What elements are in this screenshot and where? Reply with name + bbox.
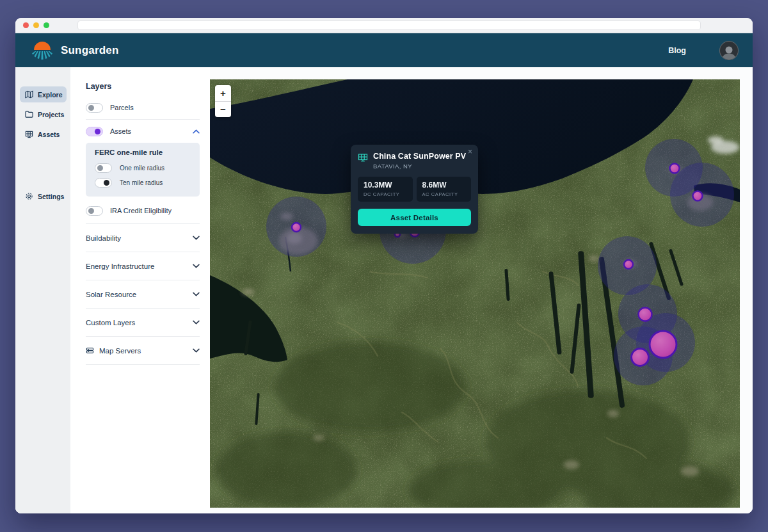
solar-panel-icon: [358, 153, 368, 162]
divider: [86, 364, 200, 365]
parcels-label: Parcels: [110, 104, 200, 111]
left-nav: Explore Projects Assets: [15, 67, 70, 513]
chevron-down-icon: [193, 292, 200, 296]
map-canvas[interactable]: + − × China Cat SunPower PV BATAVIA, NY: [210, 79, 740, 508]
section-buildability[interactable]: Buildability: [86, 227, 200, 249]
app-body: Explore Projects Assets: [15, 67, 753, 513]
ira-label: IRA Credit Eligibility: [110, 207, 197, 214]
sungarden-logo-icon: [31, 40, 54, 61]
server-icon: [86, 346, 94, 355]
kebab-menu-icon[interactable]: [197, 206, 200, 215]
ferc-panel: FERC one-mile rule One mile radius Ten m…: [86, 143, 200, 197]
url-bar[interactable]: [77, 20, 701, 30]
traffic-lights: [23, 22, 49, 28]
sidebar-item-label: Projects: [38, 111, 64, 118]
folder-icon: [25, 110, 33, 118]
browser-window: Sungarden Blog Explore Pr: [15, 18, 753, 513]
section-map-servers[interactable]: Map Servers: [86, 339, 200, 362]
ten-mile-label: Ten mile radius: [120, 179, 163, 186]
popup-title: China Cat SunPower PV: [373, 152, 466, 161]
asset-marker[interactable]: [624, 260, 633, 269]
layers-title: Layers: [86, 82, 200, 91]
chevron-down-icon: [193, 348, 200, 353]
minimize-window-icon[interactable]: [33, 22, 39, 28]
map-zoom-control: + −: [215, 85, 231, 117]
asset-details-button[interactable]: Asset Details: [358, 209, 471, 226]
sidebar-item-label: Assets: [38, 131, 60, 138]
section-label: Map Servers: [99, 347, 193, 355]
satellite-map: [210, 79, 740, 508]
parcels-layer-row: Parcels: [86, 99, 200, 117]
layers-panel: Layers Parcels Assets FERC one-mile rule…: [70, 67, 210, 513]
chevron-down-icon: [193, 236, 200, 240]
section-solar-resource[interactable]: Solar Resource: [86, 283, 200, 305]
asset-marker[interactable]: [670, 164, 680, 173]
app-header: Sungarden Blog: [15, 33, 753, 67]
dc-capacity-value: 10.3MW: [364, 181, 407, 189]
chevron-down-icon: [193, 320, 200, 325]
ac-capacity-card: 8.6MW AC CAPACITY: [417, 177, 472, 202]
zoom-in-button[interactable]: +: [215, 85, 231, 102]
zoom-out-button[interactable]: −: [215, 102, 231, 118]
dc-capacity-label: DC CAPACITY: [364, 191, 407, 197]
parcels-toggle[interactable]: [86, 103, 103, 113]
asset-marker[interactable]: [693, 191, 703, 201]
asset-marker[interactable]: [639, 308, 652, 321]
dc-capacity-card: 10.3MW DC CAPACITY: [358, 177, 413, 202]
popup-location: BATAVIA, NY: [373, 163, 466, 170]
section-label: Solar Resource: [86, 291, 193, 298]
section-energy-infrastructure[interactable]: Energy Infrastructure: [86, 255, 200, 277]
divider: [86, 119, 200, 120]
divider: [86, 336, 200, 337]
chevron-up-icon[interactable]: [193, 129, 200, 134]
divider: [86, 223, 200, 224]
one-mile-row: One mile radius: [95, 161, 193, 175]
gear-icon: [25, 192, 33, 200]
one-mile-label: One mile radius: [120, 165, 164, 172]
map-icon: [25, 90, 33, 99]
asset-marker[interactable]: [292, 223, 301, 232]
sidebar-item-label: Settings: [38, 193, 64, 200]
assets-toggle[interactable]: [86, 127, 103, 136]
section-label: Custom Layers: [86, 319, 193, 326]
close-window-icon[interactable]: [23, 22, 29, 28]
sidebar-item-assets[interactable]: Assets: [20, 126, 67, 142]
asset-popup: × China Cat SunPower PV BATAVIA, NY 10.3…: [351, 145, 478, 234]
ten-mile-toggle[interactable]: [95, 178, 112, 188]
asset-marker[interactable]: [632, 349, 649, 366]
ac-capacity-label: AC CAPACITY: [422, 191, 466, 197]
divider: [86, 252, 200, 252]
sidebar-item-settings[interactable]: Settings: [20, 188, 67, 204]
section-label: Buildability: [86, 234, 193, 242]
sidebar-item-label: Explore: [38, 91, 63, 99]
ten-mile-row: Ten mile radius: [95, 175, 193, 190]
ac-capacity-value: 8.6MW: [422, 181, 466, 189]
user-avatar[interactable]: [719, 41, 739, 60]
maximize-window-icon[interactable]: [44, 22, 49, 28]
ira-toggle[interactable]: [86, 206, 103, 216]
brand-name: Sungarden: [61, 44, 119, 57]
divider: [86, 308, 200, 309]
ira-layer-row: IRA Credit Eligibility: [86, 200, 200, 221]
divider: [86, 280, 200, 280]
popup-close-icon[interactable]: ×: [468, 148, 472, 156]
section-label: Energy Infrastructure: [86, 262, 193, 270]
assets-label: Assets: [110, 127, 193, 135]
one-mile-toggle[interactable]: [95, 163, 112, 173]
asset-marker[interactable]: [650, 331, 676, 358]
sidebar-item-projects[interactable]: Projects: [20, 106, 67, 122]
section-custom-layers[interactable]: Custom Layers: [86, 311, 200, 334]
browser-chrome: [15, 18, 753, 33]
assets-layer-row: Assets: [86, 122, 200, 140]
blog-link[interactable]: Blog: [668, 46, 686, 55]
solar-grid-icon: [25, 130, 33, 138]
sidebar-item-explore[interactable]: Explore: [20, 86, 67, 102]
ferc-title: FERC one-mile rule: [95, 149, 193, 156]
chevron-down-icon: [193, 264, 200, 268]
